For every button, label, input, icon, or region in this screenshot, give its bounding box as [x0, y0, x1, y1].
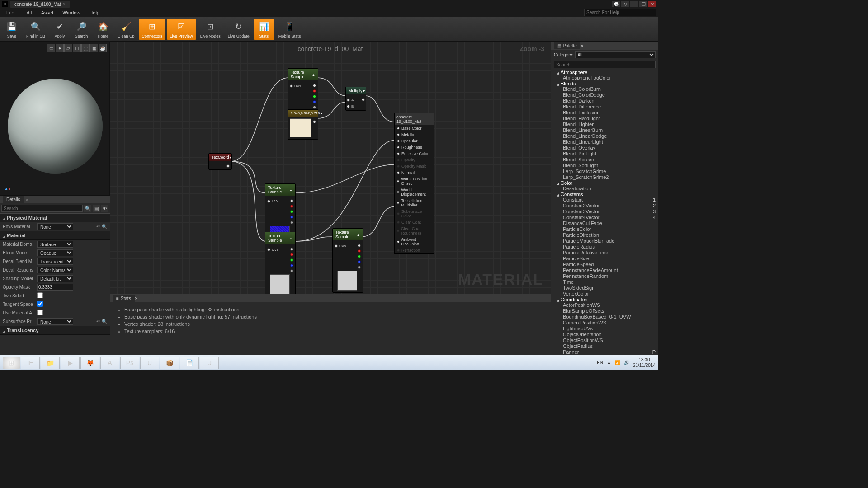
filter-icon[interactable]: ▤ [93, 205, 100, 212]
property-input[interactable] [37, 284, 73, 291]
taskbar-app[interactable]: Ps [120, 357, 139, 369]
details-search-input[interactable] [1, 205, 83, 212]
palette-item[interactable]: Blend_Screen [551, 157, 658, 163]
palette-item[interactable]: ObjectRadius [551, 343, 658, 349]
chevron-up-icon[interactable]: ▲ [357, 233, 360, 236]
search-help-input[interactable] [584, 9, 656, 16]
property-checkbox[interactable] [37, 301, 43, 307]
preview-shape-cylinder-icon[interactable]: ▭ [47, 44, 55, 52]
palette-item[interactable]: ParticleColor [551, 226, 658, 232]
menu-asset[interactable]: Asset [37, 9, 58, 17]
chevron-down-icon[interactable]: ▼ [229, 156, 232, 159]
taskbar-app[interactable]: 📦 [160, 357, 179, 369]
property-checkbox[interactable] [37, 310, 43, 315]
palette-item[interactable]: Blend_Darken [551, 98, 658, 104]
close-button[interactable]: ✕ [648, 1, 656, 7]
taskbar-app[interactable]: U [140, 357, 159, 369]
toolbar-stats[interactable]: 📊Stats [254, 19, 274, 40]
palette-search-input[interactable] [554, 61, 656, 68]
property-select[interactable]: None [37, 223, 73, 230]
toolbar-clean-up[interactable]: 🧹Clean Up [115, 19, 137, 40]
palette-item[interactable]: LightmapUVs [551, 326, 658, 332]
chevron-down-icon[interactable]: ▼ [363, 89, 366, 93]
palette-item[interactable]: Blend_LinearDodge [551, 133, 658, 139]
document-tab[interactable]: concrete-19_d100_Mat × [10, 1, 70, 8]
palette-category-select[interactable]: All [575, 51, 656, 58]
material-pin[interactable]: Opacity Mask [395, 163, 434, 169]
taskbar-app[interactable]: U [200, 357, 219, 369]
palette-category[interactable]: Atmosphere [551, 70, 658, 75]
node-multiply[interactable]: Multiply▼ AB [345, 87, 366, 111]
preview-teapot-icon[interactable]: ☕ [99, 44, 107, 52]
palette-item[interactable]: Lerp_ScratchGrime [551, 169, 658, 174]
taskbar-clock[interactable]: 18:30 21/11/2014 [633, 357, 656, 368]
close-details-icon[interactable]: × [24, 197, 30, 202]
palette-item[interactable]: ParticleMotionBlurFade [551, 238, 658, 244]
minimize-button[interactable]: — [630, 1, 638, 7]
palette-item[interactable]: Blend_Overlay [551, 145, 658, 151]
node-texture-sample-4[interactable]: Texture Sample▲ UVs [332, 228, 363, 293]
material-pin[interactable]: Specular [395, 138, 434, 144]
palette-item[interactable]: ParticleRelativeTime [551, 250, 658, 256]
search-icon[interactable]: 🔍 [84, 205, 91, 212]
start-button[interactable]: ⊞ [3, 357, 20, 369]
preview-viewport[interactable]: ▭ ● ▱ ◻ ⬚ ▦ ☕ ▲▸ [0, 42, 110, 195]
property-select[interactable]: Opaque [37, 249, 73, 256]
menu-help[interactable]: Help [85, 9, 104, 17]
browse-icon[interactable]: 🔍 [102, 224, 107, 229]
toolbar-save[interactable]: 💾Save [2, 19, 22, 40]
palette-item[interactable]: BoundingBoxBased_0-1_UVW [551, 314, 658, 320]
palette-item[interactable]: VertexColor [551, 291, 658, 297]
material-pin[interactable]: Refraction [395, 247, 434, 253]
sync-icon[interactable]: ↻ [621, 1, 629, 7]
palette-item[interactable]: Blend_PinLight [551, 151, 658, 157]
material-pin[interactable]: World Position Offset [395, 176, 434, 187]
details-tab-label[interactable]: Details [3, 196, 24, 203]
chevron-up-icon[interactable]: ▲ [289, 237, 292, 240]
material-pin[interactable]: Clear Coat [395, 219, 434, 225]
lang-indicator[interactable]: EN [597, 360, 603, 365]
palette-item[interactable]: Blend_ColorBurn [551, 86, 658, 92]
tray-volume-icon[interactable]: 🔊 [624, 360, 629, 365]
material-pin[interactable]: Roughness [395, 144, 434, 150]
material-pin[interactable]: Emissive Color [395, 150, 434, 157]
palette-item[interactable]: ActorPositionWS [551, 302, 658, 308]
taskbar-app[interactable]: 📄 [180, 357, 199, 369]
palette-item[interactable]: TwoSidedSign [551, 285, 658, 291]
preview-grid-icon[interactable]: ▦ [90, 44, 98, 52]
menu-window[interactable]: Window [58, 9, 85, 17]
chevron-up-icon[interactable]: ▲ [320, 112, 323, 115]
palette-category[interactable]: Coordinates [551, 297, 658, 302]
maximize-button[interactable]: ❐ [639, 1, 647, 7]
toolbar-live-nodes[interactable]: ⊡Live Nodes [198, 19, 223, 40]
material-pin[interactable]: World Displacement [395, 187, 434, 197]
palette-item[interactable]: Desaturation [551, 186, 658, 192]
palette-item[interactable]: Blend_LinearBurn [551, 127, 658, 133]
property-checkbox[interactable] [37, 292, 43, 298]
material-pin[interactable]: Metallic [395, 131, 434, 138]
material-pin[interactable]: Base Color [395, 125, 434, 131]
palette-tab-label[interactable]: ▤ Palette [554, 42, 580, 49]
node-texture-sample-3[interactable]: Texture Sample▲ UVs [265, 232, 296, 294]
property-select[interactable]: Default Lit [37, 275, 73, 282]
node-material-result[interactable]: concrete-19_d100_Mat Base ColorMetallicS… [394, 113, 434, 254]
taskbar-app[interactable]: A [100, 357, 119, 369]
category-header[interactable]: Physical Material [0, 213, 110, 222]
material-pin[interactable]: Normal [395, 169, 434, 176]
palette-item[interactable]: ObjectOrientation [551, 332, 658, 338]
toolbar-search[interactable]: 🔎Search [71, 19, 91, 40]
palette-item[interactable]: PerInstanceRandom [551, 273, 658, 279]
palette-item[interactable]: AtmosphericFogColor [551, 75, 658, 81]
palette-item[interactable]: ObjectPositionWS [551, 338, 658, 343]
palette-item[interactable]: ParticleRadius [551, 244, 658, 250]
tray-network-icon[interactable]: 📶 [615, 360, 620, 365]
reset-icon[interactable]: ↶ [96, 319, 100, 324]
preview-shape-sphere-icon[interactable]: ● [56, 44, 64, 52]
toolbar-apply[interactable]: ✔Apply [50, 19, 70, 40]
eye-icon[interactable]: 👁 [101, 205, 108, 212]
taskbar-app[interactable]: 🦊 [80, 357, 99, 369]
material-pin[interactable]: Tessellation Multiplier [395, 197, 434, 208]
property-select[interactable]: Translucent [37, 258, 73, 265]
close-tab-icon[interactable]: × [63, 2, 66, 7]
toolbar-connectors[interactable]: ⊞Connectors [139, 19, 165, 40]
